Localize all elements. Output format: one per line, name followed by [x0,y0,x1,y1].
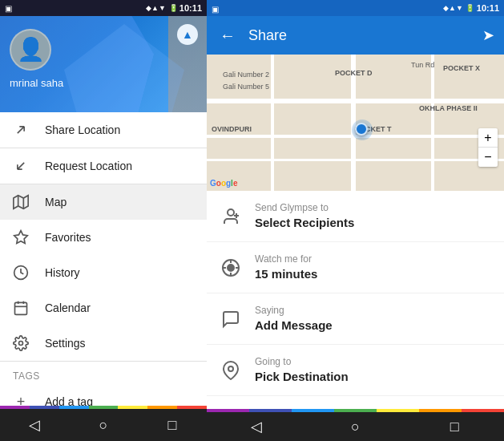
option-message[interactable]: Saying Add Message [207,293,504,345]
nav-item-calendar[interactable]: Calendar [0,290,207,326]
status-right-icons: ◆▲▼ 🔋 10:11 [443,3,499,13]
option-watch-time[interactable]: Watch me for 15 minutes [207,242,504,293]
settings-label: Settings [45,337,86,350]
option-destination-text: Going to Pick Destination [255,356,349,384]
back-button-right[interactable]: ◁ [207,411,306,441]
nav-item-share-location[interactable]: Share Location [0,112,207,148]
request-location-label: Request Location [45,160,132,172]
svg-point-10 [228,209,234,216]
back-button-left[interactable]: ◁ [0,409,69,441]
favorites-label: Favorites [45,231,91,244]
map-label-ovindpuri: OVINDPURI [212,125,252,133]
signal-icon: ◆▲▼ [146,4,166,12]
option-watch-text: Watch me for 15 minutes [255,253,317,281]
watch-title: 15 minutes [255,266,317,282]
avatar: 👤 [10,29,51,71]
svg-marker-0 [14,196,28,209]
recent-button-left[interactable]: □ [138,409,207,441]
svg-rect-5 [15,302,27,314]
calendar-label: Calendar [45,301,91,314]
nav-item-favorites[interactable]: Favorites [0,220,207,255]
settings-icon [13,335,29,351]
signal-icon-right: ◆▲▼ [443,4,463,12]
chat-icon [220,308,242,330]
status-bar-left: ▣ ◆▲▼ 🔋 10:11 [0,0,207,16]
map-icon [13,194,29,210]
home-button-right[interactable]: ○ [306,411,405,441]
compass-icon: ▲ [182,28,193,41]
add-tag-item[interactable]: + Add a tag [0,386,207,406]
map-label-okhla: OKHLA PHASE II [419,104,478,112]
map-label-gali5: Gali Number 5 [223,83,269,91]
svg-point-19 [228,366,233,371]
map-label-pocket-d: POCKET D [335,69,373,77]
tags-section: Tags [0,362,207,386]
left-panel: ▣ ◆▲▼ 🔋 10:11 👤 mrinal saha ▲ Sha [0,0,207,441]
app-icon-right: ▣ [212,5,219,14]
nav-item-settings[interactable]: Settings [0,326,207,362]
share-location-icon [13,122,29,138]
option-destination[interactable]: Going to Pick Destination [207,345,504,396]
person-add-icon [220,205,242,228]
nav-item-history[interactable]: History [0,255,207,290]
zoom-controls: + − [478,128,498,167]
road-v3 [431,55,434,191]
status-time: 10:11 [179,3,202,13]
map-label-pocket-x: POCKET X [443,64,480,72]
back-button[interactable]: ← [216,26,239,45]
nav-item-map[interactable]: Map [0,184,207,220]
send-button[interactable]: ➤ [482,26,494,44]
add-tag-icon: + [13,394,29,406]
tags-label: Tags [13,370,40,382]
recent-icon-left: □ [168,417,177,434]
svg-marker-3 [14,231,28,244]
map-label-tun: Tun Rd [411,61,434,69]
calendar-icon [13,300,29,316]
svg-point-9 [19,342,23,346]
status-icons-left: ▣ [5,4,12,13]
favorites-icon [13,229,29,245]
history-label: History [45,266,80,279]
app-icon: ▣ [5,4,12,13]
clock-circle-icon [220,257,242,279]
map-label: Map [45,196,67,208]
avatar-icon: 👤 [17,38,45,61]
battery-icon: 🔋 [169,4,178,12]
nav-menu: Share Location Request Location Map [0,112,207,406]
history-icon [13,265,29,281]
message-title: Add Message [255,318,333,334]
map-background: Gali Number 2 Gali Number 5 POCKET D POC… [207,55,504,191]
map-preview: Gali Number 2 Gali Number 5 POCKET D POC… [207,55,504,191]
zoom-in-button[interactable]: + [478,128,498,148]
compass-btn[interactable]: ▲ [177,24,198,45]
google-logo: Google [210,179,237,188]
right-panel: ▣ ◆▲▼ 🔋 10:11 ← Share ➤ Gali Number 2 Ga… [207,0,504,441]
add-tag-label: Add a tag [45,395,93,406]
share-location-label: Share Location [45,123,120,136]
map-strip: ▲ [168,16,207,112]
destination-title: Pick Destination [255,369,349,385]
destination-subtitle: Going to [255,356,349,369]
message-subtitle: Saying [255,305,333,318]
back-icon-left: ◁ [29,416,40,434]
recent-icon-right: □ [450,419,459,435]
recipients-subtitle: Send Glympse to [255,202,354,215]
request-location-icon [13,158,29,174]
status-icons-right: ◆▲▼ 🔋 10:11 [146,3,202,13]
option-recipients[interactable]: Send Glympse to Select Recipients [207,191,504,242]
zoom-out-button[interactable]: − [478,148,498,167]
home-icon-left: ○ [99,417,108,434]
home-icon-right: ○ [351,419,360,435]
user-name: mrinal saha [10,77,197,89]
map-label-gali2: Gali Number 2 [223,71,269,79]
battery-icon-right: 🔋 [466,4,474,12]
back-icon-right: ◁ [251,418,262,435]
svg-point-14 [228,265,234,271]
pin-icon [220,359,242,382]
nav-item-request-location[interactable]: Request Location [0,148,207,184]
share-toolbar: ← Share ➤ [207,16,504,55]
recent-button-right[interactable]: □ [405,411,504,441]
home-button-left[interactable]: ○ [69,409,138,441]
share-options-list: Send Glympse to Select Recipients Watch … [207,191,504,409]
location-dot [355,123,368,136]
